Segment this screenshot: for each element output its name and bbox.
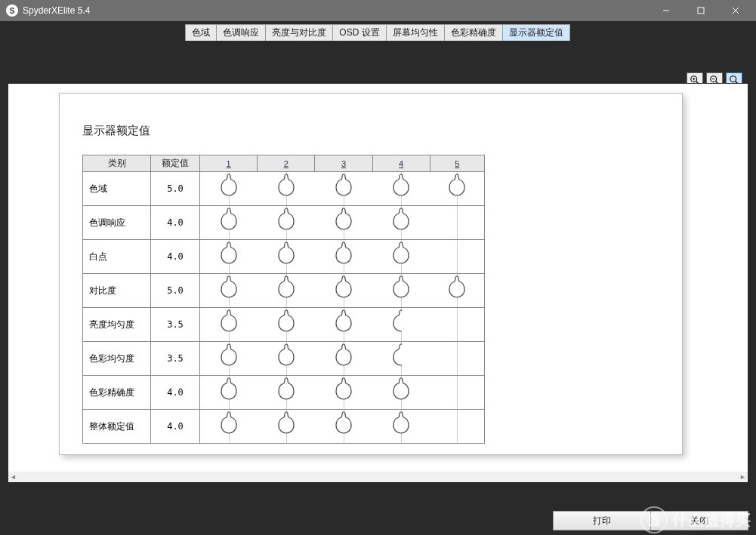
cell-category: 白点 — [83, 240, 151, 274]
cell-value: 5.0 — [151, 172, 200, 206]
pear-icon — [332, 410, 355, 443]
pear-icon — [390, 376, 412, 409]
pear-icon — [275, 274, 298, 307]
horizontal-scrollbar[interactable]: ◄ ► — [8, 472, 748, 482]
col-category: 类别 — [83, 155, 151, 172]
cell-category: 亮度均匀度 — [83, 308, 151, 342]
maximize-button[interactable] — [683, 0, 718, 21]
pear-icon — [332, 206, 355, 239]
footer-buttons: 打印 关闭 — [554, 511, 748, 530]
table-row: 色彩精确度4.0 — [83, 376, 485, 410]
tab-2[interactable]: 亮度与对比度 — [265, 24, 333, 41]
cell-category: 色彩精确度 — [83, 376, 151, 410]
table-header-row: 类别 额定值 1 2 3 4 5 — [83, 155, 485, 172]
cell-value: 5.0 — [151, 274, 200, 308]
pear-icon — [446, 172, 468, 205]
pear-icon — [275, 410, 298, 443]
cell-rating — [200, 376, 485, 410]
svg-rect-1 — [698, 8, 704, 14]
tab-5[interactable]: 色彩精确度 — [444, 24, 503, 41]
col-1: 1 — [200, 155, 258, 172]
pear-icon — [218, 376, 240, 409]
cell-rating — [200, 410, 485, 444]
table-row: 色彩均匀度3.5 — [83, 342, 485, 376]
cell-category: 色域 — [83, 172, 151, 206]
tab-strip: 色域色调响应亮度与对比度OSD 设置屏幕均匀性色彩精确度显示器额定值 — [8, 21, 748, 38]
pear-icon — [332, 342, 355, 375]
tab-1[interactable]: 色调响应 — [216, 24, 266, 41]
svg-point-11 — [730, 76, 736, 82]
cell-rating — [200, 308, 485, 342]
pear-icon — [218, 274, 240, 307]
pear-icon — [275, 308, 298, 341]
close-page-button[interactable]: 关闭 — [650, 511, 748, 530]
pear-icon — [332, 172, 355, 205]
window-title: SpyderXElite 5.4 — [23, 5, 649, 16]
pear-icon — [332, 376, 355, 409]
cell-category: 色调响应 — [83, 206, 151, 240]
pear-icon — [390, 410, 412, 443]
pear-icon — [332, 274, 355, 307]
cell-value: 4.0 — [151, 376, 200, 410]
pear-half-icon — [390, 308, 412, 341]
ratings-table: 类别 额定值 1 2 3 4 5 色域5.0色调响应4.0白点4.0对比度5.0… — [82, 155, 485, 444]
pear-icon — [332, 308, 355, 341]
tab-0[interactable]: 色域 — [185, 24, 217, 41]
pear-icon — [446, 274, 468, 307]
pear-icon — [218, 410, 240, 443]
tab-3[interactable]: OSD 设置 — [332, 24, 386, 41]
table-row: 整体额定值4.0 — [83, 410, 485, 444]
cell-rating — [200, 172, 485, 206]
minimize-button[interactable] — [649, 0, 683, 21]
col-4: 4 — [372, 155, 430, 172]
table-row: 对比度5.0 — [83, 274, 485, 308]
cell-rating — [200, 342, 485, 376]
table-row: 亮度均匀度3.5 — [83, 308, 485, 342]
pear-icon — [390, 172, 412, 205]
col-5: 5 — [430, 155, 484, 172]
pear-icon — [218, 342, 240, 375]
pear-icon — [218, 172, 240, 205]
col-2: 2 — [258, 155, 315, 172]
app-icon: S — [6, 5, 18, 17]
preview-area: 显示器额定值 类别 额定值 1 2 3 4 5 — [8, 83, 748, 483]
cell-category: 对比度 — [83, 274, 151, 308]
pear-icon — [390, 206, 412, 239]
table-row: 色调响应4.0 — [83, 206, 485, 240]
pear-icon — [218, 308, 240, 341]
close-button[interactable] — [718, 0, 753, 21]
col-value: 额定值 — [151, 155, 200, 172]
cell-rating — [200, 240, 485, 274]
pear-icon — [390, 240, 412, 273]
pear-icon — [332, 240, 355, 273]
pear-icon — [275, 206, 298, 239]
scroll-right-icon[interactable]: ► — [739, 473, 746, 481]
cell-value: 4.0 — [151, 206, 200, 240]
col-3: 3 — [315, 155, 372, 172]
pear-icon — [275, 342, 298, 375]
pear-icon — [390, 274, 412, 307]
scroll-left-icon[interactable]: ◄ — [10, 473, 17, 481]
cell-category: 色彩均匀度 — [83, 342, 151, 376]
pear-icon — [275, 240, 298, 273]
cell-rating — [200, 274, 485, 308]
app-body: 色域色调响应亮度与对比度OSD 设置屏幕均匀性色彩精确度显示器额定值 显示器额定… — [0, 21, 756, 535]
pear-icon — [275, 172, 298, 205]
cell-value: 3.5 — [151, 308, 200, 342]
titlebar: S SpyderXElite 5.4 — [0, 0, 756, 21]
pear-icon — [218, 240, 240, 273]
pear-half-icon — [390, 342, 412, 375]
tab-6[interactable]: 显示器额定值 — [502, 24, 570, 41]
table-row: 色域5.0 — [83, 172, 485, 206]
pear-icon — [275, 376, 298, 409]
print-button[interactable]: 打印 — [553, 511, 651, 530]
page-title: 显示器额定值 — [82, 124, 667, 138]
cell-value: 3.5 — [151, 342, 200, 376]
cell-rating — [200, 206, 485, 240]
cell-category: 整体额定值 — [83, 410, 151, 444]
cell-value: 4.0 — [151, 240, 200, 274]
pear-icon — [218, 206, 240, 239]
cell-value: 4.0 — [151, 410, 200, 444]
report-page: 显示器额定值 类别 额定值 1 2 3 4 5 — [59, 93, 683, 455]
tab-4[interactable]: 屏幕均匀性 — [386, 24, 445, 41]
